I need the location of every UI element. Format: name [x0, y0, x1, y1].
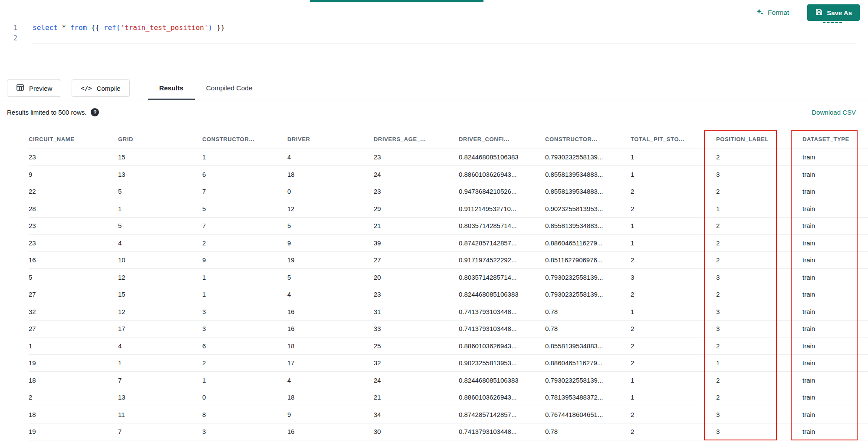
table-cell: 0.9023255813953... — [545, 200, 631, 218]
save-icon — [815, 8, 823, 17]
table-cell: 2 — [631, 423, 716, 440]
table-cell: train — [802, 337, 868, 355]
table-cell: 0.8860465116279... — [545, 354, 631, 372]
table-cell: 4 — [287, 286, 374, 303]
table-row: 51215200.8035714285714...0.7930232558139… — [29, 269, 868, 286]
table-cell: 0.8742857142857... — [459, 235, 545, 252]
table-cell: 0.9112149532710... — [459, 200, 545, 218]
table-cell: 2 — [631, 354, 716, 372]
tab-compiled-code[interactable]: Compiled Code — [195, 76, 264, 100]
table-cell: 7 — [118, 423, 202, 440]
table-cell: train — [802, 372, 868, 389]
results-table-area[interactable]: CIRCUIT_NAMEGRIDCONSTRUCTOR...DRIVERDRIV… — [0, 130, 868, 443]
table-cell: 2 — [631, 320, 716, 337]
column-header: DRIVER_CONFI... — [459, 130, 545, 149]
results-table-body: 231514230.8244680851063830.7930232558139… — [29, 149, 868, 440]
table-cell: 2 — [631, 251, 716, 269]
table-cell: 0.824468085106383 — [459, 372, 545, 389]
table-row: 197316300.7413793103448...0.7823train — [29, 423, 868, 440]
table-cell: 0 — [202, 389, 287, 406]
table-cell: 17 — [287, 354, 374, 372]
column-header: CONSTRUCTOR... — [202, 130, 287, 149]
table-cell: 16 — [287, 320, 374, 337]
table-row: 191217320.9023255813953...0.886046511627… — [29, 354, 868, 372]
table-cell: 16 — [287, 423, 374, 440]
table-cell: 1 — [631, 166, 716, 183]
table-cell: 2 — [631, 286, 716, 303]
column-header: TOTAL_PIT_STO... — [631, 130, 716, 149]
table-grid-icon — [16, 83, 24, 93]
table-cell: 2 — [716, 337, 802, 355]
table-cell: 2 — [716, 389, 802, 406]
table-row: 1610919270.9171974522292...0.85116279069… — [29, 251, 868, 269]
table-cell: 2 — [631, 183, 716, 200]
save-as-button-label: Save As — [827, 9, 852, 17]
code-icon: </> — [81, 85, 92, 92]
code-token-plain: {{ — [87, 23, 104, 32]
code-line-2 — [33, 33, 855, 43]
table-cell: 0.8860103626943... — [459, 337, 545, 355]
table-cell: 31 — [374, 303, 459, 321]
table-cell: train — [802, 320, 868, 337]
table-cell: 19 — [29, 423, 118, 440]
table-cell: 3 — [716, 303, 802, 321]
tab-compiled-code-label: Compiled Code — [206, 84, 253, 92]
download-csv-link[interactable]: Download CSV — [812, 109, 856, 116]
format-button[interactable]: Format — [756, 7, 789, 18]
table-cell: 0.9473684210526... — [459, 183, 545, 200]
table-cell: 0.8558139534883... — [545, 183, 631, 200]
table-cell: 0.8511627906976... — [545, 251, 631, 269]
table-cell: 0.8558139534883... — [545, 337, 631, 355]
table-cell: 0.8035714285714... — [459, 269, 545, 286]
column-header: CIRCUIT_NAME — [29, 130, 118, 149]
results-info-bar: Results limited to 500 rows. ? Download … — [7, 108, 856, 116]
tab-results[interactable]: Results — [148, 76, 195, 100]
save-as-button[interactable]: Save As — [807, 4, 860, 21]
table-cell: 1 — [202, 372, 287, 389]
table-cell: 0.78 — [545, 320, 631, 337]
table-cell: 9 — [29, 166, 118, 183]
table-cell: 1 — [631, 303, 716, 321]
table-cell: 3 — [202, 423, 287, 440]
table-cell: 2 — [716, 235, 802, 252]
table-cell: 0.7930232558139... — [545, 286, 631, 303]
table-cell: 0.7413793103448... — [459, 303, 545, 321]
code-editor[interactable]: 1 select * from {{ ref('train_test_posit… — [0, 23, 868, 43]
preview-button-label: Preview — [29, 85, 52, 92]
table-cell: 1 — [631, 389, 716, 406]
table-cell: 0.7813953488372... — [545, 389, 631, 406]
preview-button[interactable]: Preview — [7, 79, 61, 97]
compile-button[interactable]: </> Compile — [72, 79, 129, 97]
table-cell: 24 — [374, 166, 459, 183]
table-cell: 0.8558139534883... — [545, 217, 631, 235]
table-cell: 16 — [29, 251, 118, 269]
table-cell: 3 — [202, 320, 287, 337]
table-cell: train — [802, 183, 868, 200]
table-cell: 2 — [716, 372, 802, 389]
table-cell: 4 — [118, 235, 202, 252]
table-cell: 2 — [202, 354, 287, 372]
table-cell: 0.8860103626943... — [459, 166, 545, 183]
table-row: 181189340.8742857142857...0.767441860465… — [29, 406, 868, 423]
table-cell: 39 — [374, 235, 459, 252]
table-cell: 1 — [118, 354, 202, 372]
table-cell: 2 — [631, 406, 716, 423]
table-header-row: CIRCUIT_NAMEGRIDCONSTRUCTOR...DRIVERDRIV… — [29, 130, 868, 149]
table-row: 271514230.8244680851063830.7930232558139… — [29, 286, 868, 303]
table-cell: 7 — [202, 217, 287, 235]
table-cell: train — [802, 269, 868, 286]
table-cell: 0.78 — [545, 423, 631, 440]
table-cell: 32 — [29, 303, 118, 321]
column-header: DRIVER — [287, 130, 374, 149]
table-cell: 0.9023255813953... — [459, 354, 545, 372]
table-cell: 6 — [202, 337, 287, 355]
table-cell: 32 — [374, 354, 459, 372]
help-icon[interactable]: ? — [91, 108, 99, 116]
table-cell: train — [802, 286, 868, 303]
table-cell: 2 — [631, 337, 716, 355]
table-cell: 23 — [374, 149, 459, 166]
table-cell: 0.9171974522292... — [459, 251, 545, 269]
table-cell: 4 — [118, 337, 202, 355]
table-cell: 1 — [631, 372, 716, 389]
table-cell: 11 — [118, 406, 202, 423]
